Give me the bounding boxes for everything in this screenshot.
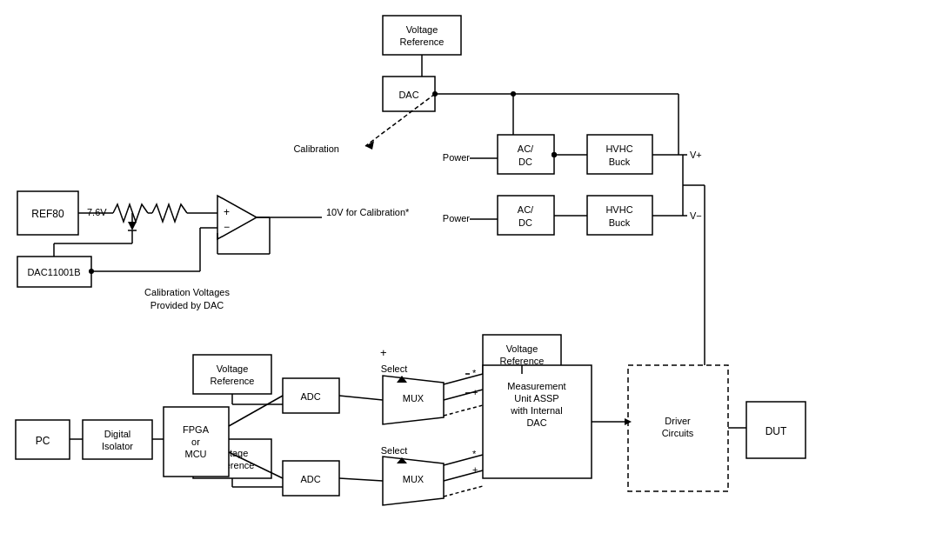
svg-text:V+: V+ xyxy=(690,150,702,160)
svg-text:Unit ASSP: Unit ASSP xyxy=(514,393,558,403)
svg-text:Calibration Voltages: Calibration Voltages xyxy=(144,287,230,297)
svg-point-138 xyxy=(552,152,557,157)
svg-line-91 xyxy=(339,396,383,400)
svg-text:10V for Calibration*: 10V for Calibration* xyxy=(326,207,410,217)
svg-text:DUT: DUT xyxy=(766,425,787,437)
svg-rect-55 xyxy=(498,196,554,235)
svg-text:Measurement: Measurement xyxy=(507,381,565,391)
svg-text:Reference: Reference xyxy=(500,356,545,366)
svg-text:Power: Power xyxy=(443,152,471,163)
svg-text:DC: DC xyxy=(518,157,532,167)
svg-line-135 xyxy=(229,396,283,426)
circuit-diagram: REF80 DAC11001B 7.6V + − 10V xyxy=(0,0,936,560)
svg-text:PC: PC xyxy=(36,435,50,447)
svg-text:7.6V: 7.6V xyxy=(87,207,107,217)
svg-rect-70 xyxy=(193,355,271,394)
svg-text:Select: Select xyxy=(381,445,408,456)
svg-text:Buck: Buck xyxy=(609,157,631,167)
svg-text:Voltage: Voltage xyxy=(506,343,538,354)
svg-rect-29 xyxy=(383,16,461,55)
svg-line-109 xyxy=(444,486,483,497)
svg-text:AC/: AC/ xyxy=(518,204,534,215)
svg-text:with Internal: with Internal xyxy=(510,405,562,416)
svg-rect-48 xyxy=(587,135,652,174)
svg-text:+: + xyxy=(472,464,478,475)
svg-text:DC: DC xyxy=(518,217,532,228)
svg-text:DAC: DAC xyxy=(526,417,546,428)
svg-line-92 xyxy=(339,478,383,481)
svg-text:Circuits: Circuits xyxy=(662,428,694,438)
svg-text:Select: Select xyxy=(381,363,408,374)
svg-text:ADC: ADC xyxy=(300,391,320,402)
svg-text:Digital: Digital xyxy=(104,429,131,439)
svg-marker-9 xyxy=(128,222,137,230)
svg-text:HVHC: HVHC xyxy=(605,143,632,154)
svg-text:REF80: REF80 xyxy=(31,208,64,220)
svg-text:V−: V− xyxy=(690,210,702,221)
svg-line-104 xyxy=(444,405,483,416)
svg-text:FPGA: FPGA xyxy=(183,424,210,435)
svg-text:DAC: DAC xyxy=(398,90,418,100)
svg-text:Voltage: Voltage xyxy=(406,24,438,35)
svg-text:Calibration: Calibration xyxy=(293,143,339,154)
svg-text:Voltage: Voltage xyxy=(217,363,249,374)
svg-text:*: * xyxy=(472,368,477,378)
svg-point-137 xyxy=(432,91,438,97)
svg-line-98 xyxy=(444,374,483,384)
svg-text:or: or xyxy=(191,437,200,447)
svg-text:Reference: Reference xyxy=(211,376,255,386)
svg-rect-126 xyxy=(83,420,152,459)
svg-text:*: * xyxy=(472,449,477,459)
svg-text:Driver: Driver xyxy=(665,416,691,426)
svg-text:MCU: MCU xyxy=(184,449,206,459)
svg-text:Isolator: Isolator xyxy=(102,441,133,451)
svg-text:Provided by DAC: Provided by DAC xyxy=(150,300,224,310)
svg-text:+: + xyxy=(472,387,478,397)
svg-text:ADC: ADC xyxy=(300,474,320,484)
svg-text:Reference: Reference xyxy=(400,37,445,47)
svg-text:Power: Power xyxy=(443,213,471,223)
svg-text:HVHC: HVHC xyxy=(605,204,632,215)
svg-rect-60 xyxy=(587,196,652,235)
svg-rect-43 xyxy=(498,135,554,174)
svg-text:MUX: MUX xyxy=(403,474,425,484)
svg-text:+: + xyxy=(380,346,387,359)
svg-point-26 xyxy=(89,269,94,274)
svg-text:DAC11001B: DAC11001B xyxy=(27,267,80,277)
svg-text:+: + xyxy=(224,206,230,218)
svg-text:Buck: Buck xyxy=(609,217,631,228)
svg-text:−: − xyxy=(224,221,230,233)
svg-text:MUX: MUX xyxy=(403,393,425,403)
svg-text:AC/: AC/ xyxy=(518,143,534,154)
circuit-svg: REF80 DAC11001B 7.6V + − 10V xyxy=(0,0,936,560)
